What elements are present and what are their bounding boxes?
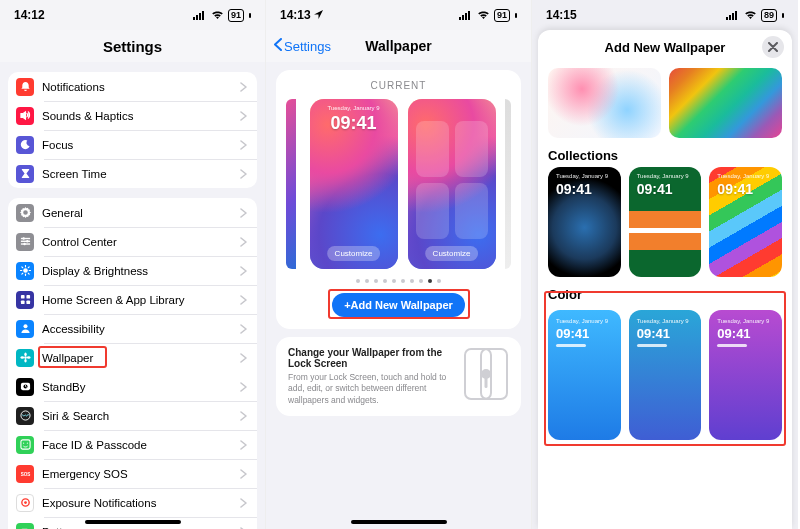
- wifi-icon: [477, 10, 490, 20]
- signal-icon: [193, 10, 207, 20]
- row-label: Display & Brightness: [42, 265, 232, 277]
- wifi-icon: [211, 10, 224, 20]
- chevron-left-icon: [274, 38, 282, 54]
- preview-time: 09:41: [310, 113, 398, 134]
- settings-row-emergency-sos[interactable]: SOSEmergency SOS: [8, 459, 257, 488]
- chevron-right-icon: [240, 169, 247, 179]
- sheet-nav: Add New Wallpaper: [538, 30, 792, 64]
- settings-row-exposure-notifications[interactable]: Exposure Notifications: [8, 488, 257, 517]
- battery-icon: [16, 523, 34, 530]
- page-title: Wallpaper: [365, 38, 431, 54]
- settings-row-face-id-passcode[interactable]: Face ID & Passcode: [8, 430, 257, 459]
- sos-icon: SOS: [16, 465, 34, 483]
- svg-rect-19: [20, 295, 24, 299]
- thumb-time: 09:41: [717, 326, 750, 341]
- flower-icon: [16, 349, 34, 367]
- home-indicator[interactable]: [351, 520, 447, 524]
- tip-illustration-icon: [463, 347, 509, 401]
- settings-row-screen-time[interactable]: Screen Time: [8, 159, 257, 188]
- chevron-right-icon: [240, 469, 247, 479]
- gear-icon: [16, 204, 34, 222]
- svg-rect-47: [485, 374, 488, 388]
- sliders-icon: [16, 233, 34, 251]
- close-icon: [768, 38, 778, 56]
- row-label: Siri & Search: [42, 410, 232, 422]
- row-label: Screen Time: [42, 168, 232, 180]
- svg-rect-40: [459, 17, 461, 20]
- thumb-time: 09:41: [637, 181, 673, 197]
- top-thumbs-row: [538, 68, 792, 138]
- row-label: Sounds & Haptics: [42, 110, 232, 122]
- settings-row-notifications[interactable]: Notifications: [8, 72, 257, 101]
- moon-icon: [16, 136, 34, 154]
- exposure-icon: [16, 494, 34, 512]
- settings-row-general[interactable]: General: [8, 198, 257, 227]
- customize-button-home[interactable]: Customize: [425, 246, 479, 261]
- svg-rect-51: [735, 11, 737, 20]
- color-cyan-indigo[interactable]: Tuesday, January 9 09:41: [629, 310, 702, 440]
- thumb-date: Tuesday, January 9: [556, 173, 608, 179]
- person-icon: [16, 320, 34, 338]
- thumb-date: Tuesday, January 9: [717, 318, 769, 324]
- wallpaper-thumb-abstract[interactable]: [548, 68, 661, 138]
- status-indicators: 89: [726, 9, 784, 22]
- settings-group-1: NotificationsSounds & HapticsFocusScreen…: [8, 72, 257, 188]
- settings-row-accessibility[interactable]: Accessibility: [8, 314, 257, 343]
- home-widgets: [416, 121, 488, 239]
- back-button[interactable]: Settings: [274, 38, 331, 54]
- wallpaper-thumb-rainbow[interactable]: [669, 68, 782, 138]
- thumb-date: Tuesday, January 9: [637, 318, 689, 324]
- settings-row-home-screen-app-library[interactable]: Home Screen & App Library: [8, 285, 257, 314]
- settings-row-sounds-haptics[interactable]: Sounds & Haptics: [8, 101, 257, 130]
- wallpaper-preview-pair[interactable]: Tuesday, January 9 09:41 Customize Custo…: [288, 99, 509, 269]
- collections-row[interactable]: Tuesday, January 9 09:41 Tuesday, Januar…: [538, 167, 792, 277]
- collection-stripes[interactable]: Tuesday, January 9 09:41: [709, 167, 782, 277]
- svg-point-27: [20, 356, 24, 358]
- svg-point-23: [23, 324, 27, 328]
- settings-row-standby[interactable]: StandBy: [8, 372, 257, 401]
- faceid-icon: [16, 436, 34, 454]
- add-new-wallpaper-button[interactable]: +Add New Wallpaper: [332, 293, 465, 317]
- row-label: Home Screen & App Library: [42, 294, 232, 306]
- clock-standby-icon: [16, 378, 34, 396]
- tip-title: Change your Wallpaper from the Lock Scre…: [288, 347, 453, 369]
- nav-bar: Settings Wallpaper: [266, 30, 531, 62]
- color-sky-blue[interactable]: Tuesday, January 9 09:41: [548, 310, 621, 440]
- lockscreen-preview[interactable]: Tuesday, January 9 09:41 Customize: [310, 99, 398, 269]
- svg-rect-50: [732, 13, 734, 20]
- row-label: Wallpaper: [42, 352, 232, 364]
- settings-row-focus[interactable]: Focus: [8, 130, 257, 159]
- chevron-right-icon: [240, 440, 247, 450]
- screen-settings: 14:12 91 Settings NotificationsSounds & …: [0, 0, 266, 529]
- collection-earth[interactable]: Tuesday, January 9 09:41: [548, 167, 621, 277]
- settings-row-siri-search[interactable]: Siri & Search: [8, 401, 257, 430]
- color-magenta-purple[interactable]: Tuesday, January 9 09:41: [709, 310, 782, 440]
- svg-point-26: [24, 359, 26, 363]
- collection-clownfish[interactable]: Tuesday, January 9 09:41: [629, 167, 702, 277]
- tip-body: From your Lock Screen, touch and hold to…: [288, 372, 453, 406]
- prev-wallpaper-sliver[interactable]: [286, 99, 296, 269]
- thumb-time: 09:41: [556, 181, 592, 197]
- customize-button-lock[interactable]: Customize: [327, 246, 381, 261]
- row-label: Focus: [42, 139, 232, 151]
- svg-rect-0: [193, 17, 195, 20]
- bell-icon: [16, 78, 34, 96]
- status-time: 14:13: [280, 8, 311, 22]
- home-indicator[interactable]: [85, 520, 181, 524]
- homescreen-preview[interactable]: Customize: [408, 99, 496, 269]
- svg-line-15: [21, 267, 22, 268]
- color-row[interactable]: Tuesday, January 9 09:41 Tuesday, Januar…: [538, 306, 792, 450]
- settings-row-control-center[interactable]: Control Center: [8, 227, 257, 256]
- svg-rect-32: [20, 440, 29, 449]
- chevron-right-icon: [240, 353, 247, 363]
- settings-row-display-brightness[interactable]: Display & Brightness: [8, 256, 257, 285]
- settings-row-wallpaper[interactable]: Wallpaper: [8, 343, 257, 372]
- chevron-right-icon: [240, 295, 247, 305]
- chevron-right-icon: [240, 140, 247, 150]
- svg-point-37: [24, 501, 27, 504]
- siri-icon: [16, 407, 34, 425]
- next-wallpaper-sliver[interactable]: [505, 99, 511, 269]
- thumb-date: Tuesday, January 9: [556, 318, 608, 324]
- svg-rect-20: [26, 295, 30, 299]
- close-button[interactable]: [762, 36, 784, 58]
